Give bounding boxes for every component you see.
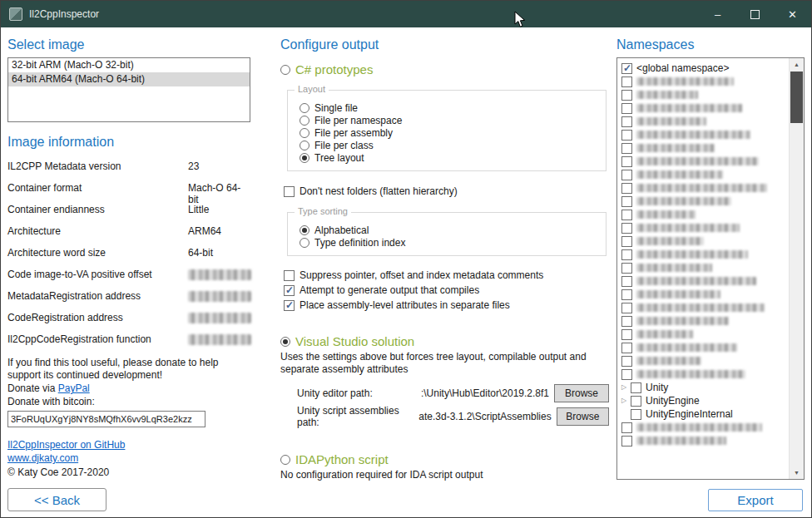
namespace-row[interactable] — [617, 168, 790, 181]
namespace-row[interactable] — [617, 155, 790, 168]
radio-option[interactable]: Type definition index — [300, 236, 599, 249]
expander-icon[interactable]: ▷ — [621, 381, 631, 394]
website-link[interactable]: www.djkaty.com — [7, 452, 78, 464]
scroll-up-icon[interactable]: ▲ — [790, 58, 804, 71]
namespace-row[interactable] — [617, 128, 790, 141]
namespace-row[interactable]: UnityEngineInternal — [617, 407, 790, 421]
browse-script-path-button[interactable]: Browse — [557, 407, 609, 426]
radio-option[interactable]: File per assembly — [300, 126, 599, 139]
namespace-row[interactable] — [617, 328, 790, 341]
namespace-row[interactable] — [617, 288, 790, 301]
namespace-checkbox[interactable] — [621, 76, 632, 87]
namespace-row[interactable] — [617, 101, 790, 115]
list-item[interactable]: 64-bit ARM64 (Mach-O 64-bit) — [8, 72, 250, 86]
namespace-checkbox[interactable] — [631, 409, 641, 420]
checkbox-option[interactable]: Suppress pointer, offset and index metad… — [284, 268, 609, 283]
namespace-checkbox[interactable] — [621, 303, 632, 313]
namespace-row[interactable] — [617, 141, 790, 155]
radio-csharp-prototypes[interactable]: C# prototypes — [280, 62, 609, 76]
maximize-button[interactable] — [736, 1, 774, 27]
checkbox-option[interactable]: Place assembly-level attributes in separ… — [284, 298, 609, 313]
scroll-down-icon[interactable]: ▼ — [790, 466, 804, 479]
paypal-link[interactable]: PayPal — [58, 382, 90, 394]
csharp-checkboxes: Suppress pointer, offset and index metad… — [284, 268, 609, 313]
namespace-row[interactable] — [617, 314, 790, 328]
unity-script-path-value[interactable]: ate.3d-3.1.2\ScriptAssemblies — [418, 411, 551, 422]
namespace-checkbox[interactable] — [621, 143, 632, 154]
redacted-namespace — [636, 437, 726, 445]
expander-icon[interactable]: ▷ — [621, 394, 631, 407]
namespace-checkbox[interactable] — [621, 156, 632, 167]
namespace-row[interactable] — [617, 181, 790, 195]
checkbox-flatten-hierarchy[interactable]: Don't nest folders (flatten hierarchy) — [284, 184, 609, 199]
browse-editor-path-button[interactable]: Browse — [554, 384, 609, 402]
namespace-row[interactable] — [617, 208, 790, 221]
namespace-checkbox[interactable] — [621, 422, 632, 433]
namespace-row[interactable] — [617, 421, 790, 434]
namespace-checkbox[interactable] — [621, 436, 632, 446]
namespace-row[interactable] — [617, 274, 790, 288]
namespace-checkbox[interactable] — [621, 90, 632, 101]
namespace-checkbox[interactable] — [621, 223, 632, 234]
namespace-checkbox[interactable] — [621, 130, 632, 141]
radio-option[interactable]: Single file — [300, 101, 599, 114]
redacted-namespace — [636, 343, 737, 352]
namespace-row[interactable] — [617, 221, 790, 234]
radio-option[interactable]: File per class — [300, 139, 599, 151]
namespace-row[interactable] — [617, 234, 790, 248]
namespace-row[interactable] — [617, 434, 790, 447]
namespace-checkbox[interactable] — [621, 170, 632, 180]
namespace-checkbox[interactable] — [621, 276, 632, 287]
namespace-checkbox[interactable] — [621, 343, 632, 353]
radio-idapython-script[interactable]: IDAPython script — [280, 452, 609, 466]
namespace-row[interactable] — [617, 341, 790, 354]
namespace-checkbox[interactable] — [621, 63, 632, 74]
github-link[interactable]: Il2CppInspector on GitHub — [7, 439, 125, 451]
namespace-row[interactable] — [617, 301, 790, 314]
namespace-checkbox[interactable] — [621, 316, 632, 327]
namespace-checkbox[interactable] — [621, 356, 632, 367]
radio-option[interactable]: Tree layout — [300, 151, 599, 164]
minimize-button[interactable]: – — [699, 1, 736, 27]
namespace-checkbox[interactable] — [621, 196, 632, 207]
namespace-row[interactable] — [617, 354, 790, 368]
checkbox-option[interactable]: Attempt to generate output that compiles — [284, 283, 609, 298]
info-row: Container endiannessLittle — [7, 198, 250, 220]
scrollbar-thumb[interactable] — [790, 72, 803, 123]
bitcoin-address-input[interactable] — [7, 411, 205, 427]
namespace-row[interactable] — [617, 368, 790, 381]
back-button[interactable]: << Back — [7, 488, 106, 511]
export-button[interactable]: Export — [708, 489, 803, 511]
namespace-row[interactable] — [617, 195, 790, 208]
namespace-row[interactable]: ▷Unity — [617, 381, 790, 394]
radio-option[interactable]: File per namespace — [300, 114, 599, 126]
namespace-checkbox[interactable] — [621, 103, 632, 114]
namespace-scrollbar[interactable]: ▲ ▼ — [789, 58, 804, 479]
namespace-row[interactable]: ▷UnityEngine — [617, 394, 790, 407]
namespace-checkbox[interactable] — [621, 263, 632, 274]
namespace-checkbox[interactable] — [621, 210, 632, 220]
radio-option[interactable]: Alphabetical — [300, 224, 599, 236]
namespace-checkbox[interactable] — [621, 289, 632, 300]
radio-icon — [280, 455, 290, 465]
namespace-checkbox[interactable] — [621, 329, 632, 340]
namespace-row[interactable] — [617, 261, 790, 274]
info-label: Architecture word size — [7, 247, 106, 259]
namespace-checkbox[interactable] — [621, 249, 632, 260]
namespace-row[interactable] — [617, 88, 790, 101]
namespace-checkbox[interactable] — [621, 116, 632, 127]
list-item[interactable]: 32-bit ARM (Mach-O 32-bit) — [8, 58, 250, 72]
namespace-checkbox[interactable] — [631, 396, 641, 407]
redacted-value — [188, 269, 251, 280]
close-button[interactable]: ✕ — [774, 1, 811, 27]
namespace-checkbox[interactable] — [621, 236, 632, 247]
namespace-checkbox[interactable] — [621, 183, 632, 194]
namespace-row[interactable] — [617, 75, 790, 88]
unity-editor-path-value[interactable]: :\Unity\Hub\Editor\2019.2.8f1 — [421, 387, 549, 399]
namespace-row[interactable] — [617, 115, 790, 128]
namespace-row[interactable] — [617, 248, 790, 261]
namespace-row[interactable]: <global namespace> — [617, 62, 790, 75]
namespace-checkbox[interactable] — [621, 369, 632, 380]
namespace-checkbox[interactable] — [631, 382, 641, 393]
radio-visual-studio-solution[interactable]: Visual Studio solution — [280, 334, 609, 348]
